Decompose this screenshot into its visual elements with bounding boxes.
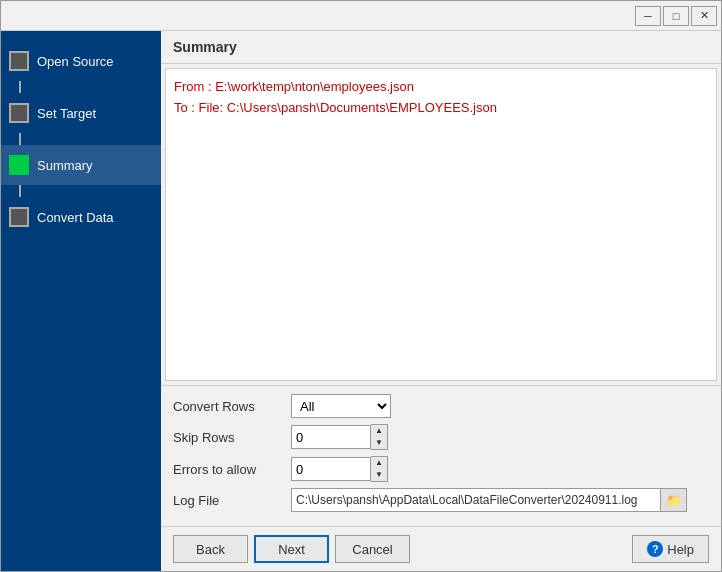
btn-group-right: ? Help (632, 535, 709, 563)
help-icon: ? (647, 541, 663, 557)
skip-rows-label: Skip Rows (173, 430, 283, 445)
convert-rows-select[interactable]: All First N Custom (291, 394, 391, 418)
errors-to-allow-input[interactable] (291, 457, 371, 481)
sidebar-label-open-source: Open Source (37, 54, 114, 69)
close-button[interactable]: ✕ (691, 6, 717, 26)
log-file-label: Log File (173, 493, 283, 508)
sidebar-item-set-target[interactable]: Set Target (1, 93, 161, 133)
skip-rows-spinner-buttons: ▲ ▼ (371, 424, 388, 450)
log-file-container: 📁 (291, 488, 687, 512)
sidebar-item-open-source[interactable]: Open Source (1, 41, 161, 81)
help-button[interactable]: ? Help (632, 535, 709, 563)
bottom-buttons: Back Next Cancel ? Help (161, 526, 721, 571)
log-file-browse-button[interactable]: 📁 (661, 488, 687, 512)
back-button[interactable]: Back (173, 535, 248, 563)
sidebar-item-summary[interactable]: Summary (1, 145, 161, 185)
form-area: Convert Rows All First N Custom Skip Row… (161, 385, 721, 526)
cancel-button[interactable]: Cancel (335, 535, 410, 563)
next-button[interactable]: Next (254, 535, 329, 563)
sidebar: Open Source Set Target Summary Convert D… (1, 31, 161, 571)
summary-line1: From : E:\work\temp\nton\employees.json (174, 77, 708, 98)
summary-line2: To : File: C:\Users\pansh\Documents\EMPL… (174, 98, 708, 119)
sidebar-label-set-target: Set Target (37, 106, 96, 121)
right-panel: Summary From : E:\work\temp\nton\employe… (161, 31, 721, 571)
skip-rows-input[interactable] (291, 425, 371, 449)
sidebar-label-convert-data: Convert Data (37, 210, 114, 225)
panel-header: Summary (161, 31, 721, 64)
titlebar-buttons: ─ □ ✕ (635, 6, 717, 26)
skip-rows-up-button[interactable]: ▲ (371, 425, 387, 437)
skip-rows-down-button[interactable]: ▼ (371, 437, 387, 449)
errors-to-allow-spinner: ▲ ▼ (291, 456, 388, 482)
errors-to-allow-label: Errors to allow (173, 462, 283, 477)
folder-icon: 📁 (666, 493, 682, 508)
log-file-row: Log File 📁 (173, 488, 709, 512)
main-content: Open Source Set Target Summary Convert D… (1, 31, 721, 571)
errors-to-allow-up-button[interactable]: ▲ (371, 457, 387, 469)
skip-rows-spinner: ▲ ▼ (291, 424, 388, 450)
step-connector-2 (19, 133, 21, 145)
errors-to-allow-down-button[interactable]: ▼ (371, 469, 387, 481)
step-indicator-convert-data (9, 207, 29, 227)
step-connector-1 (19, 81, 21, 93)
titlebar: ─ □ ✕ (1, 1, 721, 31)
errors-to-allow-row: Errors to allow ▲ ▼ (173, 456, 709, 482)
convert-rows-row: Convert Rows All First N Custom (173, 394, 709, 418)
step-indicator-summary (9, 155, 29, 175)
maximize-button[interactable]: □ (663, 6, 689, 26)
sidebar-label-summary: Summary (37, 158, 93, 173)
minimize-button[interactable]: ─ (635, 6, 661, 26)
btn-group-left: Back Next Cancel (173, 535, 410, 563)
skip-rows-row: Skip Rows ▲ ▼ (173, 424, 709, 450)
step-indicator-set-target (9, 103, 29, 123)
help-label: Help (667, 542, 694, 557)
step-connector-3 (19, 185, 21, 197)
log-file-input[interactable] (291, 488, 661, 512)
errors-to-allow-spinner-buttons: ▲ ▼ (371, 456, 388, 482)
summary-area: From : E:\work\temp\nton\employees.json … (165, 68, 717, 381)
step-indicator-open-source (9, 51, 29, 71)
convert-rows-label: Convert Rows (173, 399, 283, 414)
main-window: ─ □ ✕ Open Source Set Target Summary (0, 0, 722, 572)
sidebar-item-convert-data[interactable]: Convert Data (1, 197, 161, 237)
